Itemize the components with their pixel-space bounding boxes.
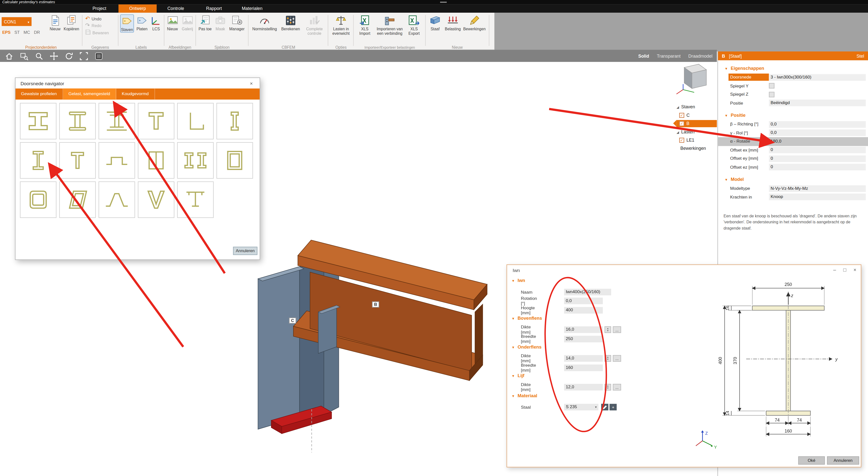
tree-node-c[interactable]: ✓ C — [667, 111, 717, 120]
modeltype-value[interactable]: N-Vy-Vz-Mx-My-Mz — [769, 185, 866, 192]
render-mode-draadmodel[interactable]: Draadmodel — [688, 54, 712, 58]
offset-ex-value[interactable]: 0 — [769, 147, 866, 154]
zoom-window-button[interactable] — [20, 52, 28, 60]
beta-richting-value[interactable]: 0,0 — [769, 121, 866, 128]
of-breedte-input[interactable]: 160 — [564, 365, 603, 371]
code-dr[interactable]: DR — [34, 30, 40, 35]
profile-tile-v-sec[interactable] — [138, 181, 174, 218]
profile-tile-truss[interactable] — [177, 181, 214, 218]
checkbox-le1[interactable]: ✓ — [679, 138, 684, 143]
tree-node-le1[interactable]: ✓ LE1 — [667, 136, 717, 144]
tab-ontwerp[interactable]: Ontwerp — [118, 4, 157, 13]
expander-icon[interactable]: ◢ — [677, 130, 679, 134]
navigation-cube[interactable] — [674, 63, 711, 98]
expander-icon[interactable]: ◢ — [677, 105, 679, 109]
pan-button[interactable] — [49, 52, 58, 60]
pas-toe-button[interactable]: Pas toe — [198, 14, 213, 32]
tree-node-b[interactable]: ✓ B — [667, 120, 717, 128]
cancel-button[interactable]: Annuleren — [827, 456, 859, 465]
spiegel-y-checkbox[interactable] — [769, 83, 774, 89]
lcs-button[interactable]: LCS — [149, 14, 163, 32]
minimize-icon[interactable]: – — [833, 267, 836, 273]
maximize-icon[interactable]: □ — [843, 267, 846, 273]
lijf-dikte-stepper[interactable]: ▴▾ — [604, 384, 611, 390]
screenshot-button[interactable] — [94, 52, 103, 60]
kopieren-button[interactable]: Kopiëren — [63, 14, 80, 32]
section-materiaal[interactable]: ▼Materiaal — [512, 393, 537, 398]
home-view-button[interactable] — [4, 52, 13, 60]
add-material-button[interactable]: + — [610, 404, 617, 410]
bf-breedte-input[interactable]: 250 — [564, 336, 603, 342]
lijf-dikte-more-button[interactable]: ... — [613, 384, 621, 390]
profile-tile-i-plated[interactable] — [98, 103, 135, 139]
krachten-value[interactable]: Knoop — [769, 194, 866, 201]
bf-dikte-input[interactable]: 16,0 — [564, 327, 603, 333]
window-drag-handle[interactable] — [440, 2, 447, 3]
profile-tile-t-sec[interactable] — [138, 103, 174, 139]
tab-project[interactable]: Project — [80, 4, 119, 13]
zoom-fit-button[interactable] — [79, 52, 88, 60]
tab-koudgevormd[interactable]: Koudgevormd — [116, 89, 155, 100]
profile-tile-hat-trap[interactable] — [98, 181, 135, 218]
tab-gewalste-profielen[interactable]: Gewalste profielen — [16, 89, 63, 100]
importeren-verbinding-button[interactable]: Importeren van een verbinding — [375, 14, 404, 36]
staaf-button[interactable]: Staaf — [427, 14, 443, 32]
code-mc[interactable]: MC — [24, 30, 30, 35]
rotate-view-button[interactable] — [64, 52, 73, 60]
checkbox-b[interactable]: ✓ — [679, 121, 684, 126]
redo-button[interactable]: ↷ Redo — [85, 23, 101, 28]
zoom-button[interactable] — [34, 52, 43, 60]
nieuw-afbeelding-button[interactable]: Nieuw — [165, 14, 180, 32]
tab-rapport[interactable]: Rapport — [195, 4, 233, 13]
lasten-in-evenwicht-button[interactable]: Lasten in evenwicht — [330, 14, 352, 36]
section-bovenflens[interactable]: ▼Bovenflens — [512, 316, 542, 321]
xls-import-button[interactable]: XLS Import — [355, 14, 374, 36]
profile-tile-i-chan[interactable] — [59, 103, 96, 139]
staven-labels-button[interactable]: Staven — [120, 14, 134, 33]
close-icon[interactable]: × — [248, 80, 255, 86]
profile-tile-box[interactable] — [217, 142, 253, 179]
of-dikte-more-button[interactable]: ... — [613, 355, 621, 362]
profile-tile-i-double[interactable] — [177, 142, 214, 179]
platen-labels-button[interactable]: Platen — [135, 14, 149, 32]
lijf-dikte-input[interactable]: 12,0 — [564, 384, 603, 390]
galerij-button[interactable]: Galerij — [181, 14, 194, 32]
bf-dikte-stepper[interactable]: ▴▾ — [604, 327, 611, 333]
code-eps[interactable]: EPS — [2, 30, 10, 35]
tree-node-lasten[interactable]: ◢ Lasten — [667, 128, 717, 136]
checkbox-c[interactable]: ✓ — [679, 113, 684, 118]
profile-tile-box-skew[interactable] — [59, 181, 96, 218]
staal-dropdown[interactable]: S 235▾ — [564, 404, 598, 410]
profile-tile-box-i[interactable] — [138, 142, 174, 179]
norminstelling-button[interactable]: Norminstelling — [251, 14, 278, 32]
section-positie[interactable]: ▼ Positie — [718, 110, 868, 120]
render-mode-transparant[interactable]: Transparant — [657, 54, 681, 58]
maak-button[interactable]: Maak — [214, 14, 227, 32]
project-item-combo[interactable]: CON1▾ — [2, 17, 32, 26]
profile-tile-hat-flat[interactable] — [98, 142, 135, 179]
rotation-input[interactable]: 0,0 — [564, 298, 603, 304]
ok-button[interactable]: Oké — [798, 456, 825, 465]
close-icon[interactable]: × — [854, 267, 857, 273]
section-lijf[interactable]: ▼Lijf — [512, 373, 524, 378]
xls-export-button[interactable]: XLS Export — [405, 14, 424, 36]
bewerkingen-button[interactable]: Bewerkingen — [462, 14, 487, 32]
tab-materialen[interactable]: Materialen — [233, 4, 271, 13]
section-iwn[interactable]: ▼Iwn — [512, 278, 525, 283]
nieuw-project-button[interactable]: Nieuw — [48, 14, 62, 32]
beam-b-label[interactable]: B — [372, 301, 379, 307]
navigator-cancel-button[interactable]: Annuleren — [233, 247, 257, 255]
profile-tile-t-slim[interactable] — [59, 142, 96, 179]
tree-b-selected[interactable]: ✓ B — [677, 120, 717, 127]
offset-ey-value[interactable]: 0 — [769, 155, 866, 162]
alpha-rotatie-value[interactable]: 180,0 — [769, 138, 866, 145]
panel-header-right[interactable]: Stel — [857, 54, 864, 58]
code-st[interactable]: ST — [14, 30, 20, 35]
section-onderflens[interactable]: ▼Onderflens — [512, 345, 541, 349]
bf-dikte-more-button[interactable]: ... — [613, 327, 621, 333]
spiegel-z-checkbox[interactable] — [769, 92, 774, 97]
naam-input[interactable]: Iwn400x(250/160) — [564, 289, 611, 295]
hoogte-input[interactable]: 400 — [564, 307, 603, 314]
of-dikte-input[interactable]: 14,0 — [564, 355, 603, 362]
belasting-button[interactable]: Belasting — [444, 14, 462, 32]
